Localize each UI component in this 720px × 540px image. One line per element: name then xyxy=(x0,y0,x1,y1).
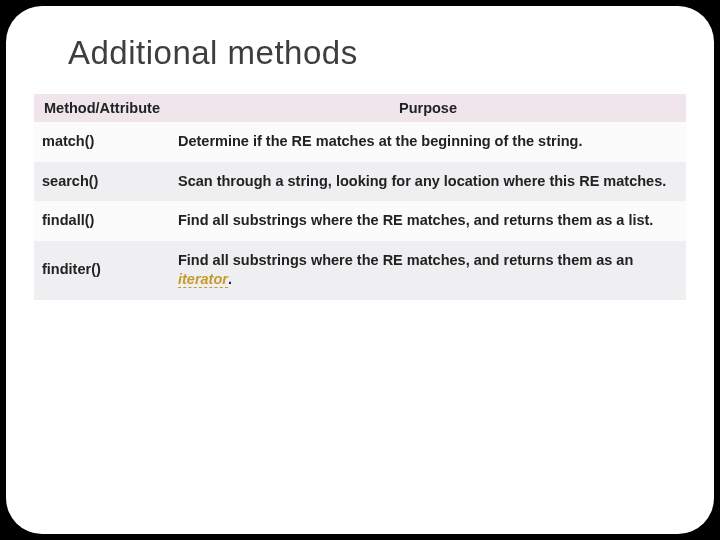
method-purpose: Scan through a string, looking for any l… xyxy=(170,162,686,202)
col-header-method: Method/Attribute xyxy=(34,94,170,122)
method-purpose: Find all substrings where the RE matches… xyxy=(170,201,686,241)
purpose-text-prefix: Find all substrings where the RE matches… xyxy=(178,252,633,268)
table-row: match() Determine if the RE matches at t… xyxy=(34,122,686,162)
iterator-link[interactable]: iterator xyxy=(178,271,228,288)
table-row: findall() Find all substrings where the … xyxy=(34,201,686,241)
slide-title: Additional methods xyxy=(68,34,686,72)
slide-frame: Additional methods Method/Attribute Purp… xyxy=(6,6,714,534)
method-purpose: Find all substrings where the RE matches… xyxy=(170,241,686,300)
col-header-purpose: Purpose xyxy=(170,94,686,122)
purpose-text-suffix: . xyxy=(228,271,232,287)
method-name: findall() xyxy=(34,201,170,241)
table-row: search() Scan through a string, looking … xyxy=(34,162,686,202)
table-header-row: Method/Attribute Purpose xyxy=(34,94,686,122)
table-row: finditer() Find all substrings where the… xyxy=(34,241,686,300)
method-name: match() xyxy=(34,122,170,162)
methods-table: Method/Attribute Purpose match() Determi… xyxy=(34,94,686,300)
method-purpose: Determine if the RE matches at the begin… xyxy=(170,122,686,162)
method-name: finditer() xyxy=(34,241,170,300)
method-name: search() xyxy=(34,162,170,202)
